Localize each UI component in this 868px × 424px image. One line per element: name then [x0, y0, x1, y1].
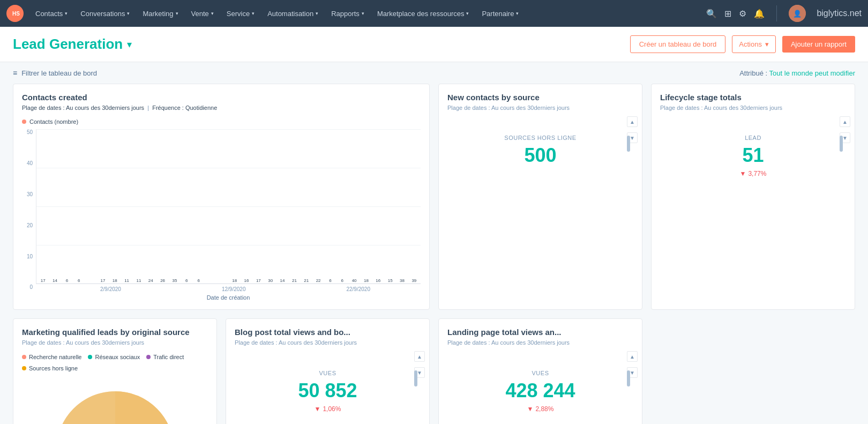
bar-group: 15: [385, 278, 395, 284]
bar-value-label: 14: [280, 278, 285, 283]
bar-group: 24: [145, 278, 156, 284]
chevron-down-icon: ▾: [765, 40, 769, 48]
bar-chart: 50 40 30 20 10 0: [22, 129, 421, 301]
card-subtitle: Plage de dates : Au cours des 30derniers…: [447, 339, 633, 347]
scroll-controls: ▲ ▼: [840, 116, 850, 144]
card-title: Contacts created: [22, 93, 421, 102]
nav-rapports[interactable]: Rapports ▾: [325, 0, 371, 27]
legend-item: Recherche naturelle: [22, 354, 81, 360]
scroll-up-button[interactable]: ▲: [627, 351, 638, 362]
bar-group: 40: [349, 278, 360, 284]
nav-items: Contacts ▾ Conversations ▾ Marketing ▾ V…: [29, 0, 702, 27]
avatar[interactable]: 👤: [789, 5, 806, 22]
search-icon[interactable]: 🔍: [706, 9, 717, 19]
bar-group: 6: [181, 278, 192, 284]
bar-value-label: 17: [100, 278, 105, 283]
new-contacts-by-source-card: New contacts by source Plage de dates : …: [438, 84, 642, 310]
bar-value-label: 38: [400, 278, 405, 283]
bar-group: 17: [98, 278, 108, 284]
card-subtitle: Plage de dates : Au cours des 30derniers…: [235, 339, 421, 347]
create-dashboard-button[interactable]: Créer un tableau de bord: [630, 35, 726, 53]
scroll-controls: ▲ ▼: [627, 351, 638, 379]
metric-inner: LEAD 51 ▼ 3,77%: [660, 118, 846, 186]
grid-icon[interactable]: ⊞: [724, 9, 731, 19]
bar-group: 14: [49, 278, 60, 284]
metric-value: 428 244: [505, 380, 575, 402]
bar-group: 18: [229, 278, 240, 284]
legend-dot: [88, 355, 92, 359]
bar-value-label: 6: [66, 278, 68, 283]
header-actions: Créer un tableau de bord Actions ▾ Ajout…: [630, 35, 855, 53]
card-subtitle: Plage de dates : Au cours des 30derniers…: [22, 339, 208, 347]
legend-item: Réseaux sociaux: [88, 354, 140, 360]
bar-value-label: 21: [304, 278, 309, 283]
bar-value-label: 16: [376, 278, 380, 283]
legend-dot: [22, 366, 26, 370]
metric-inner: VUES 428 244 ▼ 2,88%: [447, 354, 633, 421]
bar-value-label: 26: [160, 278, 165, 283]
scroll-controls: ▲ ▼: [414, 351, 425, 379]
card-title: New contacts by source: [447, 93, 633, 102]
scroll-up-button[interactable]: ▲: [840, 116, 850, 127]
hubspot-logo[interactable]: HS: [6, 5, 24, 22]
bar-value-label: 24: [148, 278, 153, 283]
bar-group: 17: [38, 278, 48, 284]
bar-group: 21: [301, 278, 312, 284]
title-dropdown-icon[interactable]: ▾: [127, 39, 132, 50]
metric-change: ▼ 2,88%: [527, 405, 554, 413]
x-axis-title: Date de création: [36, 294, 421, 301]
bar-group: 14: [277, 278, 288, 284]
scroll-up-button[interactable]: ▲: [627, 116, 638, 127]
chevron-down-icon: ▾: [466, 11, 469, 16]
landing-page-views-card: Landing page total views an... Plage de …: [438, 318, 642, 424]
legend-dot: [22, 355, 26, 359]
user-name[interactable]: biglytics.net: [817, 9, 862, 18]
filter-label[interactable]: Filtrer le tableau de bord: [21, 69, 97, 77]
card-subtitle: Plage de dates : Au cours des 30derniers…: [22, 104, 421, 112]
nav-automatisation[interactable]: Automatisation ▾: [261, 0, 325, 27]
filter-left: ≡ Filtrer le tableau de bord: [13, 69, 97, 77]
metric-change: ▼ 3,77%: [740, 170, 767, 177]
actions-button[interactable]: Actions ▾: [732, 35, 776, 53]
bar-group: 6: [73, 278, 84, 284]
legend-dot: [146, 355, 151, 359]
bar-value-label: 6: [341, 278, 343, 283]
bar-group: 22: [313, 278, 324, 284]
page-title: Lead Generation: [13, 36, 123, 53]
card-title: Blog post total views and bo...: [235, 328, 421, 337]
bar-value-label: 21: [292, 278, 297, 283]
filter-bar: ≡ Filtrer le tableau de bord Attribué : …: [0, 62, 868, 84]
add-report-button[interactable]: Ajouter un rapport: [782, 36, 855, 53]
scroll-up-button[interactable]: ▲: [414, 351, 425, 362]
attribue-link[interactable]: Tout le monde peut modifier: [769, 69, 855, 77]
nav-divider: [776, 5, 777, 21]
svg-text:HS: HS: [12, 11, 20, 17]
contacts-created-card: Contacts created Plage de dates : Au cou…: [13, 84, 430, 310]
pie-legend: Recherche naturelle Réseaux sociaux Traf…: [22, 354, 208, 374]
filter-right: Attribué : Tout le monde peut modifier: [739, 69, 855, 77]
metric-label: SOURCES HORS LIGNE: [504, 135, 576, 141]
bar-value-label: 22: [316, 278, 321, 283]
bell-icon[interactable]: 🔔: [754, 9, 765, 19]
nav-partenaire[interactable]: Partenaire ▾: [475, 0, 525, 27]
bar-value-label: 17: [41, 278, 46, 283]
arrow-down-icon: ▼: [527, 405, 534, 413]
scroll-controls: ▲ ▼: [627, 116, 638, 144]
nav-contacts[interactable]: Contacts ▾: [29, 0, 74, 27]
arrow-down-icon: ▼: [315, 405, 321, 413]
nav-conversations[interactable]: Conversations ▾: [74, 0, 136, 27]
chevron-down-icon: ▾: [127, 11, 130, 16]
bar-group: 16: [241, 278, 252, 284]
bar-group: [85, 283, 96, 284]
metric-change: ▼ 1,06%: [315, 405, 341, 413]
bar-group: 6: [337, 278, 348, 284]
nav-vente[interactable]: Vente ▾: [185, 0, 220, 27]
metric-label: VUES: [319, 370, 336, 376]
chevron-down-icon: ▾: [516, 11, 519, 16]
bar-group: 17: [253, 278, 264, 284]
mql-by-source-card: Marketing qualified leads by original so…: [13, 318, 217, 424]
settings-icon[interactable]: ⚙: [739, 9, 746, 19]
nav-service[interactable]: Service ▾: [220, 0, 261, 27]
nav-marketing[interactable]: Marketing ▾: [136, 0, 184, 27]
nav-marketplace[interactable]: Marketplace des ressources ▾: [371, 0, 476, 27]
